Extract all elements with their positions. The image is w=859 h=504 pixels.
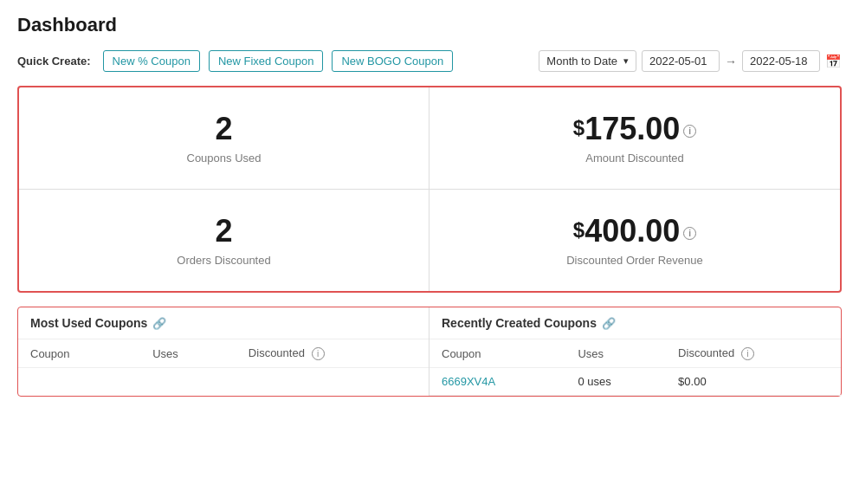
stat-discounted-order-revenue: $400.00i Discounted Order Revenue xyxy=(430,190,840,292)
most-used-header: Most Used Coupons 🔗 xyxy=(18,307,429,339)
period-dropdown[interactable]: Month to Date ▾ xyxy=(539,50,636,72)
most-used-table-header-row: Coupon Uses Discounted i xyxy=(18,339,429,368)
recently-created-coupons-section: Recently Created Coupons 🔗 Coupon Uses D… xyxy=(430,307,841,396)
recently-created-table: Coupon Uses Discounted i 6669XV4A 0 uses… xyxy=(430,339,841,396)
recently-created-header: Recently Created Coupons 🔗 xyxy=(430,307,841,339)
date-filter: Month to Date ▾ 2022-05-01 → 2022-05-18 … xyxy=(539,50,842,72)
most-used-col-uses: Uses xyxy=(140,339,236,368)
most-used-title: Most Used Coupons xyxy=(30,316,147,330)
date-arrow: → xyxy=(725,55,737,68)
row-coupon: 6669XV4A xyxy=(430,368,565,396)
recently-created-table-header-row: Coupon Uses Discounted i xyxy=(430,339,841,368)
most-used-external-link-icon[interactable]: 🔗 xyxy=(152,317,166,330)
row-discounted: $0.00 xyxy=(666,368,841,396)
orders-discounted-value: 2 xyxy=(215,214,232,249)
most-used-coupons-section: Most Used Coupons 🔗 Coupon Uses Discount… xyxy=(18,307,430,396)
row-uses: 0 uses xyxy=(565,368,666,396)
table-row: 6669XV4A 0 uses $0.00 xyxy=(430,368,841,396)
discounted-order-revenue-label: Discounted Order Revenue xyxy=(566,254,703,267)
new-percent-coupon-button[interactable]: New % Coupon xyxy=(103,50,200,72)
recently-created-external-link-icon[interactable]: 🔗 xyxy=(602,317,616,330)
recently-created-col-uses: Uses xyxy=(565,339,666,368)
toolbar: Quick Create: New % Coupon New Fixed Cou… xyxy=(17,50,842,72)
amount-discounted-info-icon[interactable]: i xyxy=(683,125,696,138)
amount-discounted-label: Amount Discounted xyxy=(585,152,683,165)
stat-amount-discounted: $175.00i Amount Discounted xyxy=(430,87,840,190)
quick-create-label: Quick Create: xyxy=(17,55,91,68)
recently-created-title: Recently Created Coupons xyxy=(442,316,597,330)
new-fixed-coupon-button[interactable]: New Fixed Coupon xyxy=(209,50,324,72)
chevron-down-icon: ▾ xyxy=(623,55,629,67)
coupon-link[interactable]: 6669XV4A xyxy=(442,375,495,388)
most-used-col-discounted: Discounted i xyxy=(236,339,429,368)
orders-discounted-label: Orders Discounted xyxy=(177,254,270,267)
date-from-input[interactable]: 2022-05-01 xyxy=(642,50,720,72)
most-used-col-coupon: Coupon xyxy=(18,339,140,368)
page-title: Dashboard xyxy=(17,14,842,36)
most-used-table: Coupon Uses Discounted i xyxy=(18,339,429,368)
amount-discounted-value: $175.00i xyxy=(573,112,696,146)
dashboard-page: Dashboard Quick Create: New % Coupon New… xyxy=(0,0,859,504)
most-used-discounted-info-icon[interactable]: i xyxy=(312,347,325,360)
dollar-sign-2: $ xyxy=(573,214,585,242)
stat-orders-discounted: 2 Orders Discounted xyxy=(19,190,430,292)
stats-grid: 2 Coupons Used $175.00i Amount Discounte… xyxy=(17,86,842,293)
date-to-input[interactable]: 2022-05-18 xyxy=(742,50,820,72)
coupons-used-value: 2 xyxy=(215,112,232,146)
new-bogo-coupon-button[interactable]: New BOGO Coupon xyxy=(332,50,453,72)
recently-created-discounted-info-icon[interactable]: i xyxy=(741,347,754,360)
stat-coupons-used: 2 Coupons Used xyxy=(19,87,430,190)
tables-section: Most Used Coupons 🔗 Coupon Uses Discount… xyxy=(17,307,842,397)
dollar-sign: $ xyxy=(573,112,585,139)
recently-created-col-coupon: Coupon xyxy=(430,339,565,368)
recently-created-col-discounted: Discounted i xyxy=(666,339,841,368)
coupons-used-label: Coupons Used xyxy=(187,152,262,165)
calendar-icon[interactable]: 📅 xyxy=(825,54,842,69)
discounted-order-revenue-info-icon[interactable]: i xyxy=(683,227,696,240)
discounted-order-revenue-value: $400.00i xyxy=(573,214,696,249)
